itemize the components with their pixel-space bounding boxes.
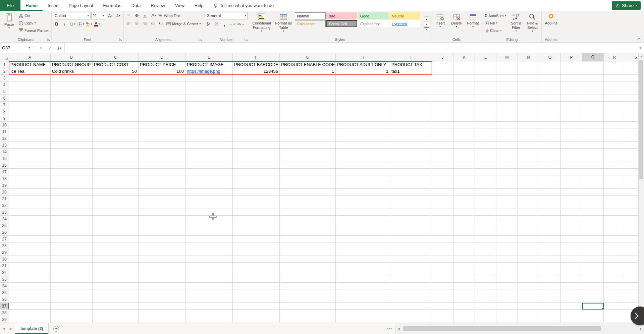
cell-Q2[interactable] — [582, 68, 604, 75]
tab-formulas[interactable]: Formulas — [98, 0, 126, 11]
cell-E33[interactable] — [185, 276, 233, 283]
top-align-button[interactable] — [125, 12, 132, 19]
cell-J16[interactable] — [432, 162, 453, 169]
row-header-36[interactable]: 36 — [0, 296, 9, 303]
cell-J38[interactable] — [432, 310, 453, 316]
cell-O24[interactable] — [539, 216, 561, 222]
cell-I34[interactable] — [390, 283, 432, 289]
cell-S18[interactable] — [625, 175, 638, 182]
cell-A36[interactable] — [9, 296, 51, 303]
cell-E10[interactable] — [185, 122, 233, 128]
cell-G25[interactable] — [280, 222, 336, 229]
cell-A13[interactable] — [9, 142, 51, 149]
row-header-6[interactable]: 6 — [0, 95, 9, 102]
cell-A31[interactable] — [9, 263, 51, 269]
cell-B20[interactable] — [51, 189, 93, 196]
cell-R32[interactable] — [604, 269, 625, 276]
cell-S20[interactable] — [625, 189, 638, 196]
cell-M24[interactable] — [496, 216, 518, 222]
cell-J26[interactable] — [432, 229, 453, 236]
row-header-38[interactable]: 38 — [0, 310, 9, 316]
cell-I12[interactable] — [390, 135, 432, 142]
cell-O39[interactable] — [539, 316, 561, 323]
cell-O6[interactable] — [539, 95, 561, 102]
cell-N6[interactable] — [518, 95, 539, 102]
row-header-35[interactable]: 35 — [0, 289, 9, 296]
cell-D24[interactable] — [139, 216, 185, 222]
cell-K23[interactable] — [453, 209, 475, 216]
cell-E3[interactable] — [185, 75, 233, 81]
cell-R36[interactable] — [604, 296, 625, 303]
cell-F30[interactable] — [233, 256, 280, 263]
cell-H9[interactable] — [336, 115, 390, 122]
align-right-button[interactable] — [141, 20, 149, 27]
cell-G30[interactable] — [280, 256, 336, 263]
column-header-H[interactable]: H — [336, 53, 390, 61]
column-header-Q[interactable]: Q — [582, 53, 604, 61]
cell-style-calculation[interactable]: Calculation — [295, 20, 326, 27]
cell-C4[interactable] — [93, 81, 139, 88]
cell-E15[interactable] — [185, 155, 233, 162]
cell-H16[interactable] — [336, 162, 390, 169]
cell-A29[interactable] — [9, 249, 51, 256]
cell-S13[interactable] — [625, 142, 638, 149]
cell-E27[interactable] — [185, 236, 233, 242]
row-header-13[interactable]: 13 — [0, 142, 9, 149]
cell-D10[interactable] — [139, 122, 185, 128]
cell-K2[interactable] — [453, 68, 475, 75]
cell-N1[interactable] — [518, 61, 539, 68]
cell-K3[interactable] — [453, 75, 475, 81]
cell-Q29[interactable] — [582, 249, 604, 256]
cell-G34[interactable] — [280, 283, 336, 289]
cell-H4[interactable] — [336, 81, 390, 88]
cell-D6[interactable] — [139, 95, 185, 102]
cell-D27[interactable] — [139, 236, 185, 242]
cell-O35[interactable] — [539, 289, 561, 296]
cell-N4[interactable] — [518, 81, 539, 88]
cell-L12[interactable] — [475, 135, 496, 142]
cell-E5[interactable] — [185, 88, 233, 95]
cell-N7[interactable] — [518, 102, 539, 108]
tell-me-box[interactable]: Tell me what you want to do — [209, 0, 278, 11]
cell-G3[interactable] — [280, 75, 336, 81]
cell-H20[interactable] — [336, 189, 390, 196]
cell-L3[interactable] — [475, 75, 496, 81]
cell-R9[interactable] — [604, 115, 625, 122]
cell-R37[interactable] — [604, 303, 625, 310]
row-header-2[interactable]: 2 — [0, 68, 9, 75]
cell-G24[interactable] — [280, 216, 336, 222]
cell-P36[interactable] — [561, 296, 582, 303]
cell-N2[interactable] — [518, 68, 539, 75]
cell-F18[interactable] — [233, 175, 280, 182]
cell-M16[interactable] — [496, 162, 518, 169]
cell-R26[interactable] — [604, 229, 625, 236]
cell-M2[interactable] — [496, 68, 518, 75]
row-header-32[interactable]: 32 — [0, 269, 9, 276]
cell-M28[interactable] — [496, 242, 518, 249]
cell-J30[interactable] — [432, 256, 453, 263]
cell-L34[interactable] — [475, 283, 496, 289]
cell-B9[interactable] — [51, 115, 93, 122]
conditional-formatting-button[interactable]: Conditional Formatting ▾ — [251, 12, 272, 37]
cell-G39[interactable] — [280, 316, 336, 323]
cell-H17[interactable] — [336, 169, 390, 175]
cell-J5[interactable] — [432, 88, 453, 95]
cell-I14[interactable] — [390, 149, 432, 155]
cell-L18[interactable] — [475, 175, 496, 182]
cell-H38[interactable] — [336, 310, 390, 316]
cell-A15[interactable] — [9, 155, 51, 162]
cell-S30[interactable] — [625, 256, 638, 263]
cell-O27[interactable] — [539, 236, 561, 242]
sheet-nav-prev-icon[interactable]: ◀ — [0, 327, 7, 330]
cell-K28[interactable] — [453, 242, 475, 249]
cell-K36[interactable] — [453, 296, 475, 303]
row-header-1[interactable]: 1 — [0, 61, 9, 68]
cell-H39[interactable] — [336, 316, 390, 323]
cell-L8[interactable] — [475, 108, 496, 115]
cell-I30[interactable] — [390, 256, 432, 263]
cell-R4[interactable] — [604, 81, 625, 88]
cell-R5[interactable] — [604, 88, 625, 95]
cell-O32[interactable] — [539, 269, 561, 276]
cell-C16[interactable] — [93, 162, 139, 169]
cell-J13[interactable] — [432, 142, 453, 149]
